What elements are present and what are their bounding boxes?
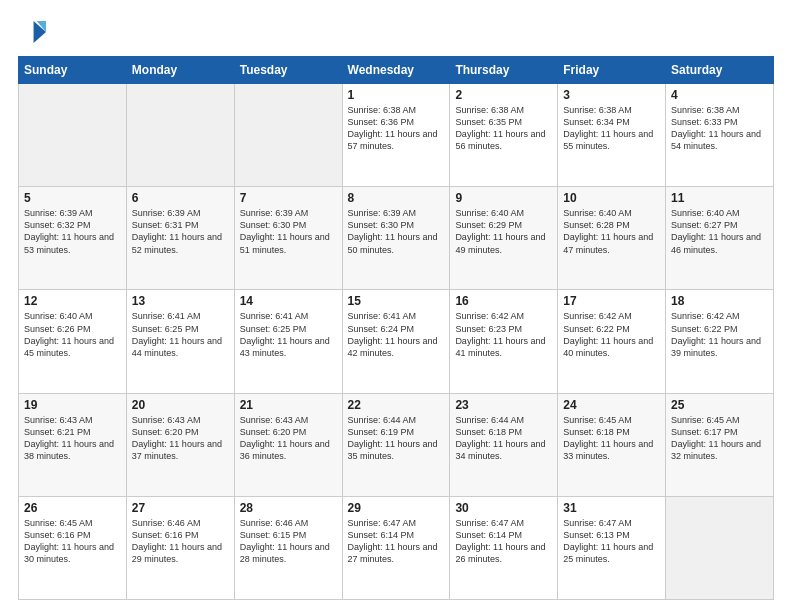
- calendar-cell: 28Sunrise: 6:46 AMSunset: 6:15 PMDayligh…: [234, 496, 342, 599]
- calendar-cell: 6Sunrise: 6:39 AMSunset: 6:31 PMDaylight…: [126, 187, 234, 290]
- day-info: Sunrise: 6:43 AMSunset: 6:21 PMDaylight:…: [24, 414, 121, 463]
- col-header-monday: Monday: [126, 57, 234, 84]
- day-info: Sunrise: 6:39 AMSunset: 6:32 PMDaylight:…: [24, 207, 121, 256]
- day-info: Sunrise: 6:39 AMSunset: 6:30 PMDaylight:…: [348, 207, 445, 256]
- day-number: 17: [563, 294, 660, 308]
- week-row-2: 5Sunrise: 6:39 AMSunset: 6:32 PMDaylight…: [19, 187, 774, 290]
- day-number: 10: [563, 191, 660, 205]
- calendar-cell: 11Sunrise: 6:40 AMSunset: 6:27 PMDayligh…: [666, 187, 774, 290]
- day-number: 30: [455, 501, 552, 515]
- day-info: Sunrise: 6:40 AMSunset: 6:27 PMDaylight:…: [671, 207, 768, 256]
- calendar-cell: 8Sunrise: 6:39 AMSunset: 6:30 PMDaylight…: [342, 187, 450, 290]
- day-info: Sunrise: 6:42 AMSunset: 6:22 PMDaylight:…: [671, 310, 768, 359]
- day-info: Sunrise: 6:42 AMSunset: 6:22 PMDaylight:…: [563, 310, 660, 359]
- day-info: Sunrise: 6:47 AMSunset: 6:14 PMDaylight:…: [455, 517, 552, 566]
- day-number: 24: [563, 398, 660, 412]
- calendar-cell: 24Sunrise: 6:45 AMSunset: 6:18 PMDayligh…: [558, 393, 666, 496]
- calendar-cell: 4Sunrise: 6:38 AMSunset: 6:33 PMDaylight…: [666, 84, 774, 187]
- calendar-cell: 20Sunrise: 6:43 AMSunset: 6:20 PMDayligh…: [126, 393, 234, 496]
- week-row-4: 19Sunrise: 6:43 AMSunset: 6:21 PMDayligh…: [19, 393, 774, 496]
- day-number: 15: [348, 294, 445, 308]
- day-number: 1: [348, 88, 445, 102]
- day-info: Sunrise: 6:38 AMSunset: 6:33 PMDaylight:…: [671, 104, 768, 153]
- day-number: 31: [563, 501, 660, 515]
- day-number: 8: [348, 191, 445, 205]
- calendar-cell: 17Sunrise: 6:42 AMSunset: 6:22 PMDayligh…: [558, 290, 666, 393]
- calendar-cell: [234, 84, 342, 187]
- logo-icon: [18, 18, 46, 46]
- calendar-cell: 3Sunrise: 6:38 AMSunset: 6:34 PMDaylight…: [558, 84, 666, 187]
- calendar-cell: 12Sunrise: 6:40 AMSunset: 6:26 PMDayligh…: [19, 290, 127, 393]
- day-number: 22: [348, 398, 445, 412]
- day-info: Sunrise: 6:39 AMSunset: 6:31 PMDaylight:…: [132, 207, 229, 256]
- day-number: 13: [132, 294, 229, 308]
- day-info: Sunrise: 6:41 AMSunset: 6:25 PMDaylight:…: [132, 310, 229, 359]
- calendar-cell: 30Sunrise: 6:47 AMSunset: 6:14 PMDayligh…: [450, 496, 558, 599]
- calendar-cell: 31Sunrise: 6:47 AMSunset: 6:13 PMDayligh…: [558, 496, 666, 599]
- calendar-cell: [19, 84, 127, 187]
- calendar-cell: 14Sunrise: 6:41 AMSunset: 6:25 PMDayligh…: [234, 290, 342, 393]
- day-info: Sunrise: 6:41 AMSunset: 6:24 PMDaylight:…: [348, 310, 445, 359]
- day-header-row: SundayMondayTuesdayWednesdayThursdayFrid…: [19, 57, 774, 84]
- calendar-cell: 19Sunrise: 6:43 AMSunset: 6:21 PMDayligh…: [19, 393, 127, 496]
- day-number: 19: [24, 398, 121, 412]
- calendar-cell: 27Sunrise: 6:46 AMSunset: 6:16 PMDayligh…: [126, 496, 234, 599]
- page: SundayMondayTuesdayWednesdayThursdayFrid…: [0, 0, 792, 612]
- day-info: Sunrise: 6:43 AMSunset: 6:20 PMDaylight:…: [132, 414, 229, 463]
- day-info: Sunrise: 6:40 AMSunset: 6:28 PMDaylight:…: [563, 207, 660, 256]
- week-row-5: 26Sunrise: 6:45 AMSunset: 6:16 PMDayligh…: [19, 496, 774, 599]
- day-info: Sunrise: 6:40 AMSunset: 6:26 PMDaylight:…: [24, 310, 121, 359]
- day-number: 4: [671, 88, 768, 102]
- header: [18, 18, 774, 46]
- day-number: 25: [671, 398, 768, 412]
- day-info: Sunrise: 6:38 AMSunset: 6:35 PMDaylight:…: [455, 104, 552, 153]
- day-number: 12: [24, 294, 121, 308]
- day-number: 11: [671, 191, 768, 205]
- calendar-table: SundayMondayTuesdayWednesdayThursdayFrid…: [18, 56, 774, 600]
- week-row-1: 1Sunrise: 6:38 AMSunset: 6:36 PMDaylight…: [19, 84, 774, 187]
- calendar-cell: 16Sunrise: 6:42 AMSunset: 6:23 PMDayligh…: [450, 290, 558, 393]
- day-info: Sunrise: 6:45 AMSunset: 6:17 PMDaylight:…: [671, 414, 768, 463]
- day-info: Sunrise: 6:45 AMSunset: 6:16 PMDaylight:…: [24, 517, 121, 566]
- logo: [18, 18, 50, 46]
- day-info: Sunrise: 6:42 AMSunset: 6:23 PMDaylight:…: [455, 310, 552, 359]
- calendar-cell: 18Sunrise: 6:42 AMSunset: 6:22 PMDayligh…: [666, 290, 774, 393]
- day-info: Sunrise: 6:40 AMSunset: 6:29 PMDaylight:…: [455, 207, 552, 256]
- day-info: Sunrise: 6:44 AMSunset: 6:19 PMDaylight:…: [348, 414, 445, 463]
- day-info: Sunrise: 6:38 AMSunset: 6:34 PMDaylight:…: [563, 104, 660, 153]
- day-info: Sunrise: 6:45 AMSunset: 6:18 PMDaylight:…: [563, 414, 660, 463]
- day-number: 29: [348, 501, 445, 515]
- calendar-cell: 15Sunrise: 6:41 AMSunset: 6:24 PMDayligh…: [342, 290, 450, 393]
- day-number: 20: [132, 398, 229, 412]
- day-number: 5: [24, 191, 121, 205]
- calendar-cell: 5Sunrise: 6:39 AMSunset: 6:32 PMDaylight…: [19, 187, 127, 290]
- calendar-cell: 7Sunrise: 6:39 AMSunset: 6:30 PMDaylight…: [234, 187, 342, 290]
- day-number: 21: [240, 398, 337, 412]
- day-info: Sunrise: 6:47 AMSunset: 6:13 PMDaylight:…: [563, 517, 660, 566]
- day-number: 18: [671, 294, 768, 308]
- col-header-wednesday: Wednesday: [342, 57, 450, 84]
- day-number: 28: [240, 501, 337, 515]
- calendar-cell: 10Sunrise: 6:40 AMSunset: 6:28 PMDayligh…: [558, 187, 666, 290]
- day-info: Sunrise: 6:47 AMSunset: 6:14 PMDaylight:…: [348, 517, 445, 566]
- day-info: Sunrise: 6:38 AMSunset: 6:36 PMDaylight:…: [348, 104, 445, 153]
- calendar-cell: 29Sunrise: 6:47 AMSunset: 6:14 PMDayligh…: [342, 496, 450, 599]
- day-number: 6: [132, 191, 229, 205]
- day-info: Sunrise: 6:43 AMSunset: 6:20 PMDaylight:…: [240, 414, 337, 463]
- col-header-saturday: Saturday: [666, 57, 774, 84]
- day-number: 16: [455, 294, 552, 308]
- col-header-friday: Friday: [558, 57, 666, 84]
- day-number: 26: [24, 501, 121, 515]
- col-header-sunday: Sunday: [19, 57, 127, 84]
- calendar-cell: 23Sunrise: 6:44 AMSunset: 6:18 PMDayligh…: [450, 393, 558, 496]
- calendar-cell: [126, 84, 234, 187]
- col-header-thursday: Thursday: [450, 57, 558, 84]
- col-header-tuesday: Tuesday: [234, 57, 342, 84]
- calendar-cell: 26Sunrise: 6:45 AMSunset: 6:16 PMDayligh…: [19, 496, 127, 599]
- day-info: Sunrise: 6:41 AMSunset: 6:25 PMDaylight:…: [240, 310, 337, 359]
- calendar-cell: [666, 496, 774, 599]
- day-number: 9: [455, 191, 552, 205]
- day-info: Sunrise: 6:46 AMSunset: 6:16 PMDaylight:…: [132, 517, 229, 566]
- day-number: 14: [240, 294, 337, 308]
- day-info: Sunrise: 6:39 AMSunset: 6:30 PMDaylight:…: [240, 207, 337, 256]
